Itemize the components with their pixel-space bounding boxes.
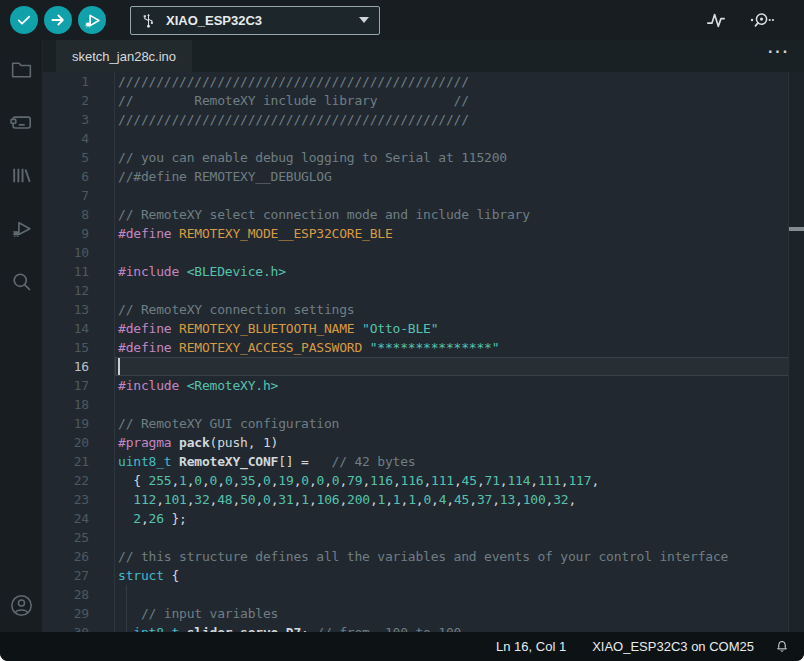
code-line[interactable]: 21uint8_t RemoteXY_CONF[] = // 42 bytes — [43, 452, 789, 471]
code-line[interactable]: 12 — [43, 281, 789, 300]
code-line[interactable]: 28 — [43, 585, 789, 604]
line-number: 14 — [43, 319, 89, 338]
code-line[interactable]: 10 — [43, 243, 789, 262]
code-editor[interactable]: 1///////////////////////////////////////… — [43, 72, 804, 632]
code-line[interactable]: 19// RemoteXY GUI configuration — [43, 414, 789, 433]
code-line[interactable]: 20#pragma pack(push, 1) — [43, 433, 789, 452]
code-line[interactable]: 23 112,101,32,48,50,0,31,1,106,200,1,1,1… — [43, 490, 789, 509]
code-line[interactable]: 17#include <RemoteXY.h> — [43, 376, 789, 395]
gutter-padding — [89, 604, 114, 623]
toolbar: XIAO_ESP32C3 — [0, 0, 804, 40]
line-number: 15 — [43, 338, 89, 357]
debug-button[interactable] — [78, 6, 106, 34]
code-line[interactable]: 13// RemoteXY connection settings — [43, 300, 789, 319]
code-line[interactable]: 22 { 255,1,0,0,0,35,0,19,0,0,0,79,116,11… — [43, 471, 789, 490]
status-bar: Ln 16, Col 1 XIAO_ESP32C3 on COM25 — [0, 632, 804, 661]
sidebar-item-search[interactable] — [6, 266, 36, 296]
serial-monitor-button[interactable] — [749, 10, 775, 30]
code-line[interactable]: 2// RemoteXY include library // — [43, 91, 789, 110]
code-line[interactable]: 9#define REMOTEXY_MODE__ESP32CORE_BLE — [43, 224, 789, 243]
code-line[interactable]: 27struct { — [43, 566, 789, 585]
text-cursor — [118, 358, 120, 375]
code-text — [114, 281, 789, 300]
notifications-button[interactable] — [774, 638, 790, 655]
code-text: // RemoteXY select connection mode and i… — [114, 205, 789, 224]
code-line[interactable]: 8// RemoteXY select connection mode and … — [43, 205, 789, 224]
gutter-padding — [89, 471, 114, 490]
gutter-padding — [89, 376, 114, 395]
tab-sketch[interactable]: sketch_jan28c.ino — [56, 40, 192, 72]
gutter-padding — [89, 433, 114, 452]
code-line[interactable]: 26// this structure defines all the vari… — [43, 547, 789, 566]
code-line[interactable]: 16 — [43, 357, 789, 376]
upload-button[interactable] — [44, 6, 72, 34]
gutter-padding — [89, 319, 114, 338]
vertical-scrollbar[interactable] — [788, 72, 804, 632]
board-selector[interactable]: XIAO_ESP32C3 — [130, 6, 380, 35]
line-number: 29 — [43, 604, 89, 623]
gutter-padding — [89, 205, 114, 224]
gutter-padding — [89, 490, 114, 509]
gutter-padding — [89, 547, 114, 566]
verify-button[interactable] — [10, 6, 38, 34]
code-text — [114, 129, 789, 148]
code-text: #include <RemoteXY.h> — [114, 376, 789, 395]
gutter-padding — [89, 338, 114, 357]
code-line[interactable]: 25 — [43, 528, 789, 547]
code-line[interactable]: 14#define REMOTEXY_BLUETOOTH_NAME "Otto-… — [43, 319, 789, 338]
line-number: 17 — [43, 376, 89, 395]
sidebar-item-debug[interactable] — [6, 213, 36, 243]
line-number: 10 — [43, 243, 89, 262]
line-number: 11 — [43, 262, 89, 281]
code-text: ////////////////////////////////////////… — [114, 72, 789, 91]
code-line[interactable]: 7 — [43, 186, 789, 205]
serial-plotter-button[interactable] — [705, 10, 727, 30]
code-line[interactable]: 1///////////////////////////////////////… — [43, 72, 789, 91]
line-number: 18 — [43, 395, 89, 414]
code-line[interactable]: 15#define REMOTEXY_ACCESS_PASSWORD "****… — [43, 338, 789, 357]
code-text: ////////////////////////////////////////… — [114, 110, 789, 129]
code-text: // input variables — [114, 604, 789, 623]
bell-icon — [774, 638, 790, 655]
code-line[interactable]: 30 int8_t slider_servo_D7; // from -100 … — [43, 623, 789, 632]
more-actions-icon[interactable]: ··· — [768, 44, 790, 60]
code-text: 112,101,32,48,50,0,31,1,106,200,1,1,1,0,… — [114, 490, 789, 509]
code-text — [114, 585, 789, 604]
code-line[interactable]: 4 — [43, 129, 789, 148]
usb-icon — [141, 12, 156, 29]
code-line[interactable]: 3///////////////////////////////////////… — [43, 110, 789, 129]
code-line[interactable]: 5// you can enable debug logging to Seri… — [43, 148, 789, 167]
line-number: 9 — [43, 224, 89, 243]
code-line[interactable]: 11#include <BLEDevice.h> — [43, 262, 789, 281]
line-number: 28 — [43, 585, 89, 604]
line-number: 21 — [43, 452, 89, 471]
sidebar-item-library-manager[interactable] — [6, 160, 36, 190]
code-line[interactable]: 24 2,26 }; — [43, 509, 789, 528]
line-number: 27 — [43, 566, 89, 585]
code-text: #pragma pack(push, 1) — [114, 433, 789, 452]
code-text: // RemoteXY GUI configuration — [114, 414, 789, 433]
sidebar-item-account[interactable] — [6, 590, 36, 620]
gutter-padding — [89, 129, 114, 148]
code-text: 2,26 }; — [114, 509, 789, 528]
code-line[interactable]: 29 // input variables — [43, 604, 789, 623]
line-number: 13 — [43, 300, 89, 319]
arduino-ide-window: XIAO_ESP32C3 — [0, 0, 804, 661]
gutter-padding — [89, 281, 114, 300]
tab-label: sketch_jan28c.ino — [72, 49, 176, 64]
code-line[interactable]: 6//#define REMOTEXY__DEBUGLOG — [43, 167, 789, 186]
gutter-padding — [89, 72, 114, 91]
code-text: // RemoteXY connection settings — [114, 300, 789, 319]
line-number: 24 — [43, 509, 89, 528]
bug-play-icon — [9, 216, 34, 241]
sidebar-item-boards-manager[interactable] — [6, 107, 36, 137]
person-circle-icon — [8, 592, 35, 619]
gutter-padding — [89, 395, 114, 414]
code-line[interactable]: 18 — [43, 395, 789, 414]
sidebar-item-sketchbook[interactable] — [6, 54, 36, 84]
line-number: 3 — [43, 110, 89, 129]
gutter-padding — [89, 224, 114, 243]
editor-pane: sketch_jan28c.ino ··· 1/////////////////… — [43, 40, 804, 632]
main-area: sketch_jan28c.ino ··· 1/////////////////… — [0, 40, 804, 632]
scrollbar-cursor-mark — [789, 227, 804, 231]
